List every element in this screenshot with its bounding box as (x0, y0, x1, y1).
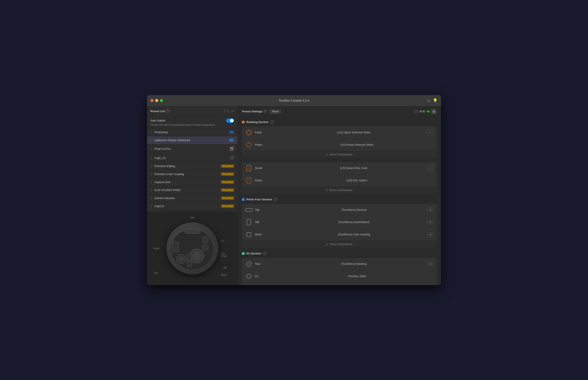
preset-item-premiere-color[interactable]: ≡ Premiere Color Grading Not Linked (147, 170, 238, 178)
tall-control-row: Tall [TourMenu] Detail/Effects LP (242, 216, 437, 228)
lrc-badge: Lrc (229, 139, 234, 142)
knob-icon (245, 129, 252, 136)
auto-switch-bar: Auto Switch Presets will switch automati… (147, 116, 238, 128)
drag-handle: ≡ (151, 205, 152, 208)
auto-switch-description: Presets will switch automatically based … (151, 123, 234, 126)
minimize-button[interactable] (155, 99, 158, 102)
knob-press-row: Press [LR] Reset Selected Slider (242, 139, 437, 151)
label-c1: C1 (222, 240, 225, 242)
scroll-press-row: ≡ Press [LR] HSL Switch (242, 174, 437, 187)
preset-name: Premiere Editing (154, 165, 221, 168)
preset-item-davinci[interactable]: ≡ DaVinci Resolve Not Linked (147, 194, 238, 202)
hud-help-icon[interactable]: ? (414, 110, 418, 113)
label-top: Top (190, 216, 194, 219)
kit-section-title: Kit Section (246, 252, 261, 255)
rotating-section-help[interactable]: ? (270, 120, 274, 124)
header-actions: ⤴ ⤵ ＋ (224, 109, 234, 114)
left-panel: Preset List ? ⤴ ⤵ ＋ Auto Switch Presets … (147, 106, 238, 285)
primefour-section-dot (242, 198, 244, 201)
rotating-section-header: Rotating Section ? (242, 120, 437, 124)
tour-lp-badge: LP (427, 262, 433, 266)
preset-settings-header: Preset Settings ? Reset ? HUD ⊞ (238, 106, 441, 117)
scroll-label: Scroll (255, 167, 281, 170)
drag-handle: ≡ (151, 172, 152, 176)
svg-point-3 (202, 237, 208, 243)
top-button-icon (245, 207, 252, 213)
preset-name: Lightroom Classic Advanced (154, 139, 229, 142)
settings-help-icon[interactable]: ? (264, 110, 267, 113)
top-lp-badge: LP (427, 208, 433, 212)
not-linked-badge: Not Linked (221, 205, 234, 208)
rotating-show-combinations[interactable]: ∨ Show Combinations (242, 151, 437, 158)
preset-item-lightroom[interactable]: ≡ Lightroom Classic Advanced Lrc (147, 136, 238, 144)
hud-section: ? HUD ⊞ (414, 109, 437, 114)
tour-control-row: ◎ Tour [TourMenu] Masking LP (242, 258, 437, 270)
main-content: Preset List ? ⤴ ⤵ ＋ Auto Switch Presets … (147, 106, 441, 285)
tall-label: Tall (255, 221, 281, 224)
drag-handle: ≡ (151, 189, 152, 192)
preset-item-premiere-editing[interactable]: ≡ Premiere Editing Not Linked (147, 162, 238, 170)
c1-action: Previous Slide (281, 275, 433, 278)
tall-button-icon (245, 219, 252, 226)
preset-item-finalcutpro[interactable]: ≡ Final Cut Pro 🎬 (147, 144, 238, 154)
label-tour: Tour (154, 271, 158, 274)
app-window: TourBox Console 5.4.4 ⊙ 💡 Preset List ? … (147, 95, 441, 285)
device-preview: Top Scroll C1 C2 Knob Tall Tour Short (147, 212, 238, 285)
rotating-section-dot (242, 121, 244, 123)
label-tall: Tall (223, 266, 227, 269)
rotating-section-title: Rotating Section (246, 120, 269, 124)
preset-item-photoshop[interactable]: ≡ Photoshop Ps (147, 128, 238, 136)
drag-handle: ≡ (151, 156, 152, 159)
preset-list-help-icon[interactable]: ? (166, 109, 170, 113)
drag-handle: ≡ (151, 196, 152, 200)
primefour-section-card: Top [TourMenu] General LP Tall [TourMenu… (242, 204, 437, 247)
primefour-section-title: Prime Four Section (246, 198, 272, 201)
short-action: [TourMenu] Color Grading (281, 233, 427, 236)
c1-label: C1 (255, 275, 281, 278)
primefour-section-help[interactable]: ? (274, 198, 277, 201)
short-label: Short (255, 233, 281, 236)
scroll-action: [LR] Select HSL Color (281, 167, 427, 170)
import-button[interactable]: ⤵ (227, 109, 229, 113)
preset-item-clipstudio[interactable]: ≡ CLIP STUDIO PAINT Not Linked (147, 186, 238, 194)
light-icon[interactable]: 💡 (433, 98, 437, 103)
primefour-section-header: Prime Four Section ? (242, 198, 437, 201)
primefour-show-combinations[interactable]: ∨ Show Combinations (242, 241, 437, 247)
knob-press-label: Press (255, 143, 281, 146)
ps-badge: Ps (229, 131, 234, 134)
preset-name: DaVinci Resolve (154, 196, 221, 200)
c1-control-row: C1 Previous Slide (242, 270, 437, 283)
svg-point-10 (179, 257, 183, 261)
preset-item-captureone[interactable]: ≡ Capture One Not Linked (147, 178, 238, 186)
auto-switch-toggle[interactable] (226, 118, 234, 123)
window-title: TourBox Console 5.4.4 (279, 99, 309, 102)
grid-toggle-button[interactable]: ⊞ (431, 109, 437, 114)
preset-name: CLIP STUDIO PAINT (154, 189, 221, 192)
close-button[interactable] (151, 99, 154, 102)
preset-item-capcut[interactable]: ≡ CapCut Not Linked (147, 202, 238, 210)
kit-section-help[interactable]: ? (263, 252, 266, 255)
reset-button[interactable]: Reset (269, 109, 281, 114)
add-preset-button[interactable]: ＋ (230, 109, 234, 114)
not-linked-badge: Not Linked (221, 189, 234, 192)
scroll-control-row: ≡ Scroll [LR] Select HSL Color ⊙ (242, 162, 437, 174)
maximize-button[interactable] (160, 99, 163, 102)
label-c2: C2 (222, 252, 225, 255)
preset-item-logic[interactable]: ≡ Logic_01 🎵 (147, 154, 238, 162)
not-linked-badge: Not Linked (221, 196, 234, 200)
auto-switch-row: Auto Switch (151, 118, 234, 123)
settings-icon[interactable]: ⊙ (427, 98, 430, 103)
scroll-press-action: [LR] HSL Switch (281, 179, 433, 182)
export-button[interactable]: ⤴ (224, 109, 225, 113)
not-linked-badge: Not Linked (221, 165, 234, 168)
knob-control-row: Knob [LR] Adjust Selected Slider ⊙ (242, 126, 437, 139)
preset-list-title: Preset List ? (151, 109, 170, 113)
scroll-show-combinations[interactable]: ∨ Show Combinations (242, 187, 437, 193)
drag-handle: ≡ (151, 139, 152, 142)
svg-point-4 (202, 244, 208, 250)
drag-handle: ≡ (151, 131, 152, 134)
drag-handle: ≡ (151, 165, 152, 168)
scroll-press-label: Press (255, 179, 281, 182)
kit-section-card: ◎ Tour [TourMenu] Masking LP C1 Previous… (242, 258, 437, 285)
scroll-badge: ⊙ (427, 165, 433, 171)
